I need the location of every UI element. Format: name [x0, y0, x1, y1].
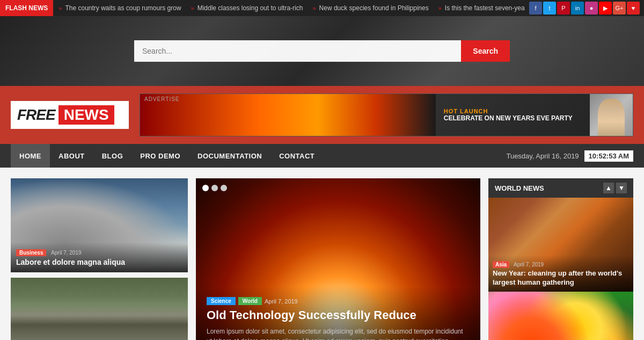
ad-tagline: CELEBRATE ON NEW YEARS EVE PARTY [444, 114, 582, 122]
flash-ticker: » The country waits as coup rumours grow… [53, 4, 525, 12]
flash-item-2[interactable]: » Middle classes losing out to ultra-ric… [191, 4, 303, 12]
featured-date: April 7, 2019 [265, 298, 298, 305]
main-content: Business April 7, 2019 Labore et dolore … [0, 168, 644, 340]
world-news-card-1-overlay: Asia April 7, 2019 New Year: cleaning up… [488, 255, 633, 292]
pinterest-icon[interactable]: P [557, 2, 570, 15]
googleplus-icon[interactable]: G+ [613, 2, 626, 15]
featured-title: Old Technology Successfully Reduce [207, 308, 470, 322]
ad-image [140, 94, 436, 136]
flash-item-4[interactable]: » Is this the fastest seven-year-old in … [438, 4, 525, 12]
featured-tags: Science World April 7, 2019 [207, 297, 470, 305]
nav-items: HOME ABOUT BLOG PRO DEMO DOCUMENTATION C… [11, 144, 506, 168]
ad-content: HOT LAUNCH CELEBRATE ON NEW YEARS EVE PA… [140, 94, 633, 136]
social-icons: f t P in ● ▶ G+ ♥ [525, 2, 644, 15]
world-news-card-2-image [488, 292, 633, 340]
left-column: Business April 7, 2019 Labore et dolore … [11, 178, 188, 340]
facebook-icon[interactable]: f [529, 2, 542, 15]
arrow-icon-2: » [191, 5, 194, 11]
world-news-card-1[interactable]: Asia April 7, 2019 New Year: cleaning up… [488, 198, 633, 292]
card-2-image [11, 278, 188, 340]
arrow-icon-4: » [438, 5, 442, 11]
card-1-category: Business [16, 249, 46, 256]
twitter-icon[interactable]: t [543, 2, 556, 15]
nav-item-about[interactable]: ABOUT [50, 144, 93, 168]
arrow-icon-1: » [58, 5, 62, 11]
advertisement-banner: ADVERTISE HOT LAUNCH CELEBRATE ON NEW YE… [140, 93, 633, 136]
wn-1-category: Asia [493, 261, 509, 268]
ad-text: HOT LAUNCH CELEBRATE ON NEW YEARS EVE PA… [436, 108, 590, 122]
flash-bar: FLASH NEWS » The country waits as coup r… [0, 0, 644, 16]
logo-ad-strip: FREE NEWS ADVERTISE HOT LAUNCH CELEBRATE… [0, 86, 644, 144]
nav-item-contact[interactable]: CONTACT [270, 144, 323, 168]
nav-item-documentation[interactable]: DOCUMENTATION [189, 144, 270, 168]
tag-science: Science [207, 297, 236, 305]
tag-world: World [238, 297, 262, 305]
featured-overlay: Science World April 7, 2019 Old Technolo… [196, 286, 480, 340]
logo-news-text: NEWS [58, 105, 114, 125]
world-news-card-2[interactable]: Africa April 7, 2019 This the world's mo… [488, 292, 633, 340]
flash-label: FLASH NEWS [0, 0, 53, 16]
heart-icon[interactable]: ♥ [627, 2, 640, 15]
nav-date: Tuesday, April 16, 2019 [506, 152, 579, 160]
card-2[interactable]: Business April 7, 2019 Duis aute irure d… [11, 278, 188, 340]
dot-3[interactable] [221, 185, 227, 191]
search-container: Search [134, 40, 510, 62]
ad-person-image [590, 93, 633, 136]
site-logo[interactable]: FREE NEWS [11, 101, 129, 129]
ad-person-shape [598, 99, 625, 136]
card-1-overlay: Business April 7, 2019 Labore et dolore … [11, 242, 188, 272]
dot-1[interactable] [202, 185, 209, 191]
flash-item-1[interactable]: » The country waits as coup rumours grow [58, 4, 181, 12]
center-column: Science World April 7, 2019 Old Technolo… [196, 178, 480, 340]
youtube-icon[interactable]: ▶ [599, 2, 612, 15]
nav-item-home[interactable]: HOME [11, 144, 50, 168]
instagram-icon[interactable]: ● [585, 2, 598, 15]
dot-2[interactable] [211, 185, 218, 191]
search-button[interactable]: Search [461, 40, 510, 62]
logo-free-text: FREE [17, 106, 55, 124]
nav-time: 10:52:53 AM [584, 150, 633, 162]
card-1[interactable]: Business April 7, 2019 Labore et dolore … [11, 178, 188, 272]
card-1-date: April 7, 2019 [51, 250, 81, 256]
search-input[interactable] [134, 40, 461, 62]
linkedin-icon[interactable]: in [571, 2, 584, 15]
ad-hot-launch: HOT LAUNCH [444, 108, 582, 114]
featured-article[interactable]: Science World April 7, 2019 Old Technolo… [196, 178, 480, 340]
card-1-title: Labore et dolore magna aliqua [16, 257, 182, 267]
navigation-bar: HOME ABOUT BLOG PRO DEMO DOCUMENTATION C… [0, 144, 644, 168]
ad-label: ADVERTISE [144, 96, 180, 102]
world-news-title: WORLD NEWS [495, 184, 544, 192]
carousel-arrows: ▲ ▼ [603, 183, 627, 193]
wn-1-date: April 7, 2019 [514, 262, 544, 267]
featured-excerpt: Lorem ipsum dolor sit amet, consectetur … [207, 327, 470, 340]
arrow-icon-3: » [312, 5, 316, 11]
carousel-dots [202, 185, 227, 191]
wn-1-title: New Year: cleaning up after the world's … [493, 269, 629, 287]
nav-item-prodemo[interactable]: PRO DEMO [131, 144, 189, 168]
nav-item-blog[interactable]: BLOG [93, 144, 132, 168]
world-news-header: WORLD NEWS ▲ ▼ [488, 178, 633, 198]
arrow-down[interactable]: ▼ [616, 183, 627, 193]
right-column: WORLD NEWS ▲ ▼ Asia April 7, 2019 New Ye… [488, 178, 633, 340]
arrow-up[interactable]: ▲ [603, 183, 614, 193]
flash-item-3[interactable]: » New duck species found in Philippines [312, 4, 428, 12]
header-banner: Search [0, 16, 644, 86]
